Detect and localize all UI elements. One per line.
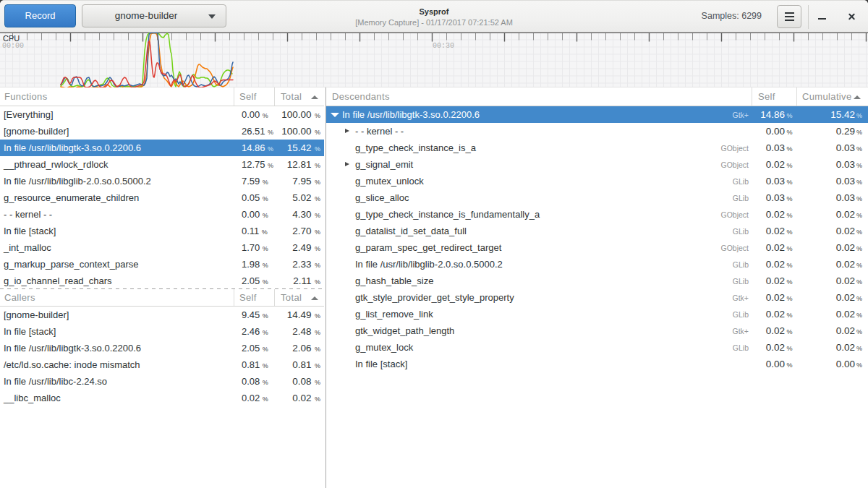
svg-text:00:30: 00:30: [433, 42, 454, 50]
svg-text:00:00: 00:00: [2, 42, 24, 50]
